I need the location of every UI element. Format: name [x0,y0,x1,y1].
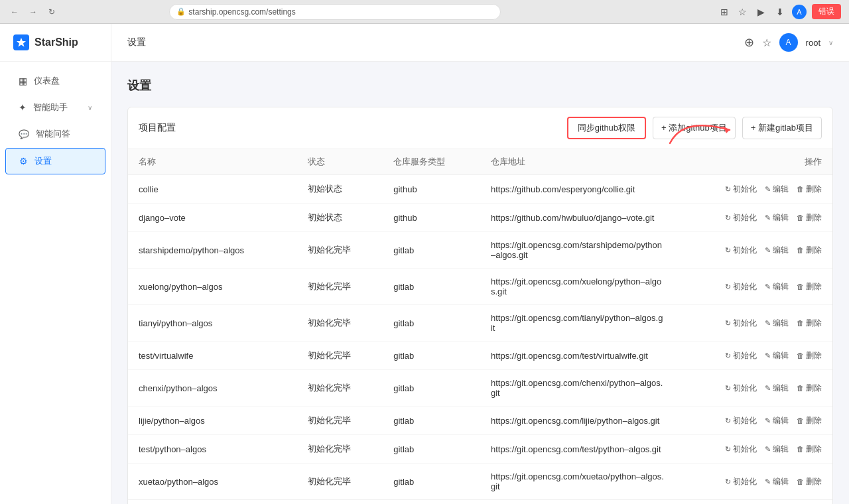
cell-type: github [383,175,480,204]
sidebar-logo: StarShip [0,24,111,62]
delete-icon-3: 🗑 [797,283,804,290]
cell-url: https://git.opencsg.com/test/virtualwife… [480,342,675,370]
cell-type: gitlab [383,305,480,342]
table-row: lijie/python–algos 初始化完毕 gitlab https://… [128,407,832,435]
delete-button-7[interactable]: 🗑 删除 [797,415,822,426]
table-row: chenxi/python–algos 初始化完毕 gitlab https:/… [128,370,832,407]
sidebar-item-ai-qa[interactable]: 💬 智能问答 [5,121,105,147]
col-url: 仓库地址 [480,149,675,175]
edit-button-7[interactable]: ✎ 编辑 [765,415,789,426]
delete-icon-7: 🗑 [797,416,804,424]
new-gitlab-button[interactable]: + 新建gitlab项目 [742,117,822,139]
cell-type: gitlab [383,269,480,305]
projects-table: 名称 状态 仓库服务类型 仓库地址 操作 collie 初始状态 github … [128,149,832,499]
edit-icon-2: ✎ [765,246,771,255]
delete-button-1[interactable]: 🗑 删除 [797,212,822,223]
edit-button-4[interactable]: ✎ 编辑 [765,318,789,329]
cell-actions: ↻ 初始化 ✎ 编辑 🗑 删除 [675,269,832,305]
page-body: 设置 项目配置 同步github权限 + 添加github项目 + 新建gitl… [111,62,849,504]
edit-icon-5: ✎ [765,351,771,360]
media-icon[interactable]: ▶ [755,5,768,19]
delete-button-0[interactable]: 🗑 删除 [797,184,822,195]
table-row: test/python–algos 初始化完毕 gitlab https://g… [128,435,832,464]
init-button-3[interactable]: ↻ 初始化 [725,281,757,292]
sync-github-button[interactable]: 同步github权限 [567,117,646,139]
translate-icon[interactable]: ⊕ [744,35,754,50]
init-button-5[interactable]: ↻ 初始化 [725,350,757,361]
cell-url: https://git.opencsg.com/tianyi/python–al… [480,305,675,342]
col-type: 仓库服务类型 [383,149,480,175]
settings-icon: ⚙ [19,156,28,166]
edit-icon-4: ✎ [765,319,771,328]
error-button[interactable]: 错误 [812,4,841,19]
init-icon-1: ↻ [725,214,731,222]
init-button-0[interactable]: ↻ 初始化 [725,184,757,195]
sidebar-menu: ▦ 仪表盘 ✦ 智能助手 ∨ 💬 智能问答 ⚙ 设置 [0,62,111,504]
forward-button[interactable]: → [27,5,40,19]
sidebar-item-settings[interactable]: ⚙ 设置 [5,148,105,174]
init-button-2[interactable]: ↻ 初始化 [725,245,757,256]
cell-actions: ↻ 初始化 ✎ 编辑 🗑 删除 [675,305,832,342]
init-button-7[interactable]: ↻ 初始化 [725,415,757,426]
save-icon[interactable]: ⬇ [773,5,787,19]
main-content: 设置 ⊕ ☆ A root ∨ 设置 项目 [111,24,849,504]
delete-icon-2: 🗑 [797,246,804,254]
init-button-9[interactable]: ↻ 初始化 [725,476,757,487]
cell-type: gitlab [383,232,480,269]
delete-button-9[interactable]: 🗑 删除 [797,476,822,487]
init-button-1[interactable]: ↻ 初始化 [725,212,757,223]
edit-button-5[interactable]: ✎ 编辑 [765,350,789,361]
edit-button-9[interactable]: ✎ 编辑 [765,476,789,487]
edit-button-6[interactable]: ✎ 编辑 [765,383,789,394]
cell-url: https://git.opencsg.com/lijie/python–alg… [480,407,675,435]
delete-button-2[interactable]: 🗑 删除 [797,245,822,256]
delete-button-5[interactable]: 🗑 删除 [797,350,822,361]
cell-status: 初始化完毕 [297,305,383,342]
edit-button-1[interactable]: ✎ 编辑 [765,212,789,223]
delete-button-4[interactable]: 🗑 删除 [797,318,822,329]
delete-button-6[interactable]: 🗑 删除 [797,383,822,394]
cell-actions: ↻ 初始化 ✎ 编辑 🗑 删除 [675,204,832,232]
cell-status: 初始状态 [297,175,383,204]
edit-button-0[interactable]: ✎ 编辑 [765,184,789,195]
delete-icon-4: 🗑 [797,319,804,327]
init-button-6[interactable]: ↻ 初始化 [725,383,757,394]
avatar-browser-icon[interactable]: A [792,5,807,19]
edit-button-8[interactable]: ✎ 编辑 [765,444,789,455]
edit-icon-0: ✎ [765,185,771,194]
cell-type: gitlab [383,342,480,370]
edit-icon-6: ✎ [765,384,771,393]
browser-bar: ← → ↻ 🔒 starship.opencsg.com/settings ⊞ … [0,0,849,24]
back-button[interactable]: ← [8,5,21,19]
logo-text: StarShip [34,36,78,48]
edit-icon-7: ✎ [765,416,771,425]
cell-name: xuetao/python–algos [128,464,297,500]
address-bar[interactable]: 🔒 starship.opencsg.com/settings [169,4,501,20]
edit-button-2[interactable]: ✎ 编辑 [765,245,789,256]
col-actions: 操作 [675,149,832,175]
cell-status: 初始化完毕 [297,269,383,305]
translate-browser-icon[interactable]: ⊞ [718,5,731,19]
star-browser-icon[interactable]: ☆ [736,5,750,19]
add-github-button[interactable]: + 添加github项目 [653,117,736,139]
cell-status: 初始化完毕 [297,370,383,407]
star-icon[interactable]: ☆ [762,36,771,49]
cell-actions: ↻ 初始化 ✎ 编辑 🗑 删除 [675,342,832,370]
init-button-8[interactable]: ↻ 初始化 [725,444,757,455]
delete-button-3[interactable]: 🗑 删除 [797,281,822,292]
init-icon-5: ↻ [725,351,731,360]
refresh-button[interactable]: ↻ [45,5,58,19]
cell-type: gitlab [383,407,480,435]
init-icon-8: ↻ [725,445,731,454]
delete-icon-8: 🗑 [797,445,804,453]
init-button-4[interactable]: ↻ 初始化 [725,318,757,329]
init-icon-3: ↻ [725,283,731,291]
sidebar-item-dashboard[interactable]: ▦ 仪表盘 [5,68,105,94]
delete-button-8[interactable]: 🗑 删除 [797,444,822,455]
ai-qa-icon: 💬 [19,129,29,139]
sidebar-item-ai-assistant-label: 智能助手 [33,101,68,113]
user-menu-chevron-icon[interactable]: ∨ [828,39,833,46]
svg-marker-0 [17,38,26,47]
edit-button-3[interactable]: ✎ 编辑 [765,281,789,292]
sidebar-item-ai-assistant[interactable]: ✦ 智能助手 ∨ [5,95,105,120]
